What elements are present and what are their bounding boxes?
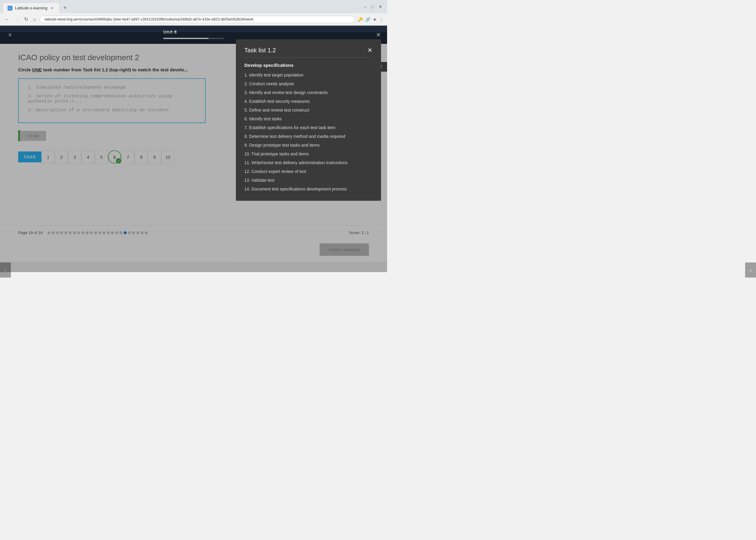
menu-icon[interactable]: ⋮ xyxy=(379,17,383,22)
address-input[interactable] xyxy=(40,16,355,23)
bookmark-icon: ★ xyxy=(373,17,377,22)
maximize-button[interactable]: □ xyxy=(371,4,374,9)
modal-list-item-11: 11. Write/revise test delivery administr… xyxy=(244,158,373,167)
lock-icon: 🔑 xyxy=(358,17,363,22)
modal-list: 1. Identify test target population2. Con… xyxy=(244,71,373,194)
window-controls: – □ ✕ xyxy=(364,4,385,12)
modal-list-item-3: 3. Identify and review test design const… xyxy=(244,88,373,97)
address-icons: 🔑 🔗 ★ ⋮ xyxy=(358,17,383,22)
task-modal: Task list 1.2 ✕ Develop specifications 1… xyxy=(236,39,381,201)
modal-list-item-6: 6. Identify test tasks xyxy=(244,115,373,123)
back-button[interactable]: ← xyxy=(4,16,11,23)
modal-list-item-12: 12. Conduct expert review of test xyxy=(244,167,373,176)
modal-list-item-4: 4. Establish test security measures xyxy=(244,97,373,106)
modal-list-item-14: 14. Document test specifications develop… xyxy=(244,185,373,194)
tab-favicon: L xyxy=(8,6,12,11)
home-button[interactable]: ⌂ xyxy=(32,16,37,23)
modal-list-item-5: 5. Define and review test construct xyxy=(244,106,373,115)
modal-list-item-10: 10. Trial prototype tasks and items xyxy=(244,150,373,158)
reload-button[interactable]: ↻ xyxy=(23,16,29,23)
forward-button[interactable]: → xyxy=(13,16,21,23)
browser-chrome: L Latitude e-learning ✕ + – □ ✕ ← → ↻ ⌂ … xyxy=(0,0,387,26)
modal-header: Task list 1.2 ✕ xyxy=(244,47,373,58)
new-tab-button[interactable]: + xyxy=(61,5,69,11)
modal-section-title: Develop specifications xyxy=(244,63,373,68)
modal-list-item-7: 7. Establish specifications for each tes… xyxy=(244,123,373,132)
modal-close-button[interactable]: ✕ xyxy=(368,47,373,54)
modal-list-item-9: 9. Design prototype test tasks and items xyxy=(244,141,373,150)
modal-list-item-8: 8. Determine test delivery method and me… xyxy=(244,132,373,141)
close-window-button[interactable]: ✕ xyxy=(378,4,382,9)
share-icon: 🔗 xyxy=(365,17,371,22)
modal-list-item-2: 2. Conduct needs analysis xyxy=(244,79,373,88)
modal-list-item-1: 1. Identify test target population xyxy=(244,71,373,79)
tab-close-button[interactable]: ✕ xyxy=(50,6,55,11)
address-bar: ← → ↻ ⌂ 🔑 🔗 ★ ⋮ xyxy=(0,13,387,25)
tab-label: Latitude e-learning xyxy=(15,6,48,10)
minimize-button[interactable]: – xyxy=(364,4,367,9)
tab-bar: L Latitude e-learning ✕ + – □ ✕ xyxy=(0,0,387,13)
modal-title: Task list 1.2 xyxy=(244,47,276,54)
modal-list-item-13: 13. Validate test xyxy=(244,176,373,185)
active-tab[interactable]: L Latitude e-learning ✕ xyxy=(2,2,60,13)
